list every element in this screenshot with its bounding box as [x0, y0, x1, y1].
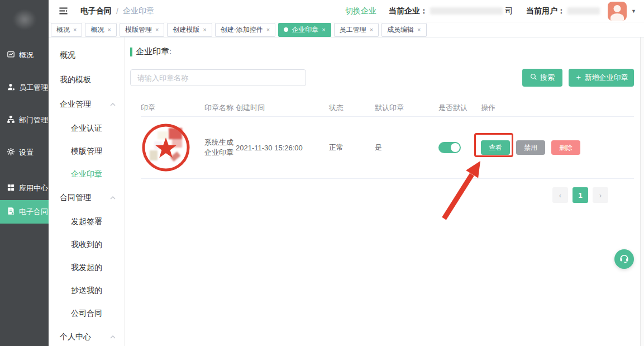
- current-company-label: 当前企业：: [389, 6, 428, 16]
- primary-sidebar: 概况 员工管理 部门管理 设置: [0, 0, 49, 346]
- menu-item-initiate-signing[interactable]: 发起签署: [49, 210, 125, 233]
- search-icon: [530, 73, 537, 82]
- redacted-user-name: [567, 7, 600, 15]
- breadcrumb-root[interactable]: 电子合同: [80, 6, 112, 16]
- close-icon[interactable]: ×: [107, 26, 111, 33]
- chevron-up-icon: [110, 103, 116, 106]
- menu-group-personal-center[interactable]: 个人中心: [49, 325, 125, 346]
- col-header-is-default: 是否默认: [438, 103, 481, 113]
- sidebar-item-label: 概况: [19, 50, 34, 60]
- seal-name-search-input[interactable]: [130, 69, 306, 86]
- table-header-row: 印章 印章名称 创建时间 状态 默认印章 是否默认 操作: [141, 99, 634, 117]
- view-button[interactable]: 查看: [481, 140, 510, 155]
- menu-group-contract-management[interactable]: 合同管理: [49, 186, 125, 210]
- gear-icon: [7, 148, 15, 158]
- tab-company-seal[interactable]: 企业印章×: [278, 23, 331, 37]
- collapse-menu-icon[interactable]: [59, 7, 68, 15]
- close-icon[interactable]: ×: [370, 26, 373, 33]
- col-header-status: 状态: [329, 103, 375, 113]
- sidebar-item-e-contract[interactable]: 电子合同: [0, 200, 49, 224]
- menu-item-received[interactable]: 我收到的: [49, 233, 125, 256]
- close-icon[interactable]: ×: [417, 26, 421, 33]
- close-icon[interactable]: ×: [203, 26, 206, 33]
- delete-button[interactable]: 删除: [551, 140, 580, 155]
- sidebar-item-departments[interactable]: 部门管理: [0, 104, 49, 136]
- sidebar-item-label: 部门管理: [19, 115, 48, 125]
- tab-member-edit[interactable]: 成员编辑×: [381, 23, 426, 37]
- scrollbar[interactable]: [640, 37, 644, 346]
- menu-item-company-contracts[interactable]: 公司合同: [49, 302, 125, 325]
- close-icon[interactable]: ×: [73, 26, 77, 33]
- chevron-down-icon[interactable]: ▼: [631, 8, 636, 14]
- status-cell: 正常: [329, 143, 375, 153]
- pagination: ‹ 1 ›: [130, 187, 608, 203]
- sidebar-item-label: 电子合同: [19, 207, 48, 217]
- menu-group-company-management[interactable]: 企业管理: [49, 92, 125, 117]
- menu-item-cc-to-me[interactable]: 抄送我的: [49, 279, 125, 302]
- sidebar-item-app-center[interactable]: 应用中心: [0, 177, 49, 200]
- col-header-created-at: 创建时间: [236, 103, 329, 113]
- customer-service-button[interactable]: [614, 249, 634, 269]
- tab-create-add-controls[interactable]: 创建-添加控件×: [215, 23, 275, 37]
- tab-create-template[interactable]: 创建模版×: [167, 23, 212, 37]
- table-row: 系统生成企业印章 2021-11-30 15:26:00 正常 是 查看 禁用 …: [141, 117, 634, 179]
- menu-item-overview[interactable]: 概况: [49, 43, 125, 68]
- default-toggle-switch[interactable]: [438, 142, 461, 153]
- app-logo: [0, 0, 49, 39]
- menu-item-company-seal[interactable]: 企业印章: [49, 163, 125, 186]
- search-button[interactable]: 搜索: [522, 69, 562, 87]
- blurred-logo-image: [11, 8, 38, 31]
- apps-icon: [7, 183, 15, 193]
- sidebar-item-overview[interactable]: 概况: [0, 39, 49, 72]
- tab-template-management[interactable]: 模版管理×: [120, 23, 164, 37]
- sidebar-item-label: 设置: [19, 148, 34, 158]
- pagination-page-1[interactable]: 1: [573, 187, 588, 203]
- breadcrumb: 电子合同 / 企业印章: [80, 6, 154, 16]
- pagination-next-button[interactable]: ›: [593, 187, 608, 203]
- company-seal-image: [141, 122, 191, 173]
- dashboard-icon: [7, 50, 15, 60]
- company-name-suffix: 司: [505, 6, 513, 16]
- page-title: 企业印章:: [130, 46, 634, 57]
- current-user-label: 当前用户：: [526, 6, 565, 16]
- pagination-prev-button[interactable]: ‹: [552, 187, 568, 203]
- employee-icon: [7, 83, 15, 93]
- close-icon[interactable]: ×: [155, 26, 159, 33]
- contract-icon: [7, 207, 15, 217]
- col-header-seal-name: 印章名称: [204, 103, 236, 113]
- seal-table: 印章 印章名称 创建时间 状态 默认印章 是否默认 操作: [130, 99, 634, 179]
- sidebar-item-label: 员工管理: [19, 83, 48, 93]
- tab-overview-2[interactable]: 概况×: [85, 23, 116, 37]
- sidebar-item-employees[interactable]: 员工管理: [0, 72, 49, 104]
- default-seal-cell: 是: [375, 143, 438, 153]
- close-icon[interactable]: ×: [266, 26, 270, 33]
- user-avatar[interactable]: [608, 2, 627, 21]
- seal-name-cell: 系统生成企业印章: [204, 138, 236, 158]
- menu-item-my-templates[interactable]: 我的模板: [49, 68, 125, 92]
- menu-item-initiated-by-me[interactable]: 我发起的: [49, 256, 125, 279]
- sidebar-item-settings[interactable]: 设置: [0, 136, 49, 169]
- switch-company-link[interactable]: 切换企业: [345, 6, 376, 16]
- sidebar-item-label: 应用中心: [19, 183, 48, 193]
- breadcrumb-current: 企业印章: [123, 6, 154, 16]
- tab-employee-management[interactable]: 员工管理×: [334, 23, 379, 37]
- disable-button[interactable]: 禁用: [516, 140, 545, 155]
- chevron-up-icon: [110, 335, 116, 339]
- secondary-sidebar: 概况 我的模板 企业管理 企业认证 模版管理 企业印章 合同管理 发起签署 我收…: [49, 37, 125, 346]
- menu-item-company-certification[interactable]: 企业认证: [49, 117, 125, 140]
- redacted-company-name: [430, 7, 503, 15]
- add-company-seal-button[interactable]: ＋ 新增企业印章: [569, 69, 634, 87]
- created-at-cell: 2021-11-30 15:26:00: [236, 144, 329, 152]
- department-icon: [7, 115, 15, 125]
- menu-item-template-management[interactable]: 模版管理: [49, 140, 125, 163]
- plus-icon: ＋: [575, 73, 583, 83]
- main-content: 企业印章: 搜索 ＋ 新增企业印章 印章 印章名称 创建时间 状态 默认印章: [125, 37, 644, 346]
- col-header-actions: 操作: [481, 103, 634, 113]
- col-header-default-seal: 默认印章: [375, 103, 438, 113]
- chevron-up-icon: [110, 196, 116, 200]
- app-window: 概况 员工管理 部门管理 设置: [0, 0, 644, 346]
- close-icon[interactable]: ×: [322, 26, 325, 33]
- top-header: 电子合同 / 企业印章 切换企业 当前企业： 司 当前用户： ▼: [49, 0, 644, 22]
- tab-overview-1[interactable]: 概况×: [51, 23, 82, 37]
- open-tabs-bar: 概况× 概况× 模版管理× 创建模版× 创建-添加控件× 企业印章× 员工管理×…: [49, 22, 644, 37]
